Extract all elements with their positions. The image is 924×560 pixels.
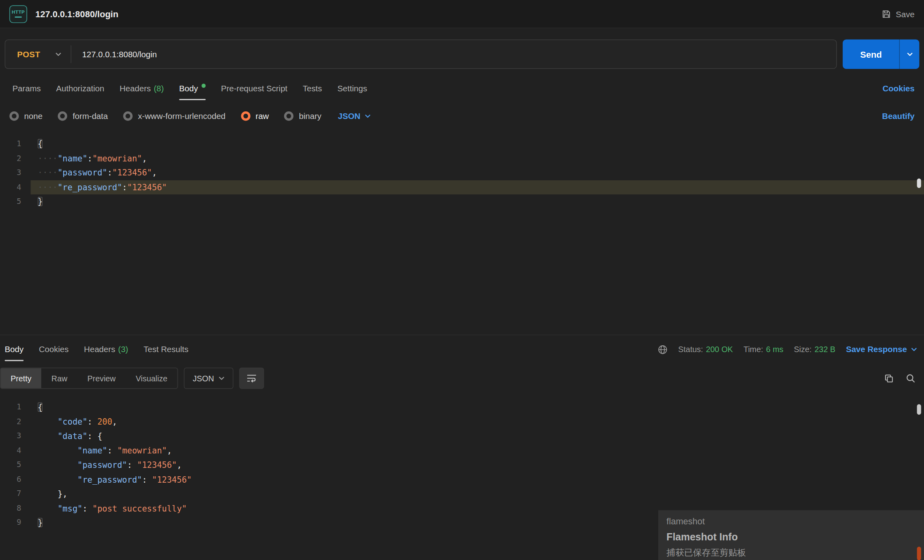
- request-tab-params[interactable]: Params: [5, 74, 48, 103]
- request-tab-headers[interactable]: Headers(8): [112, 74, 171, 103]
- http-request-icon: HTTP: [10, 5, 27, 23]
- response-tabs: BodyCookiesHeaders(3)Test Results Status…: [0, 335, 924, 364]
- wrap-line-icon: [246, 373, 257, 383]
- request-body-editor[interactable]: 1{2····"name":"meowrian",3····"password"…: [0, 130, 924, 335]
- line-number: 3: [0, 165, 30, 180]
- response-tabs-list: BodyCookiesHeaders(3)Test Results: [0, 335, 196, 364]
- response-status: Status: 200 OK: [678, 345, 733, 354]
- whitespace: ····: [38, 182, 58, 192]
- response-view-pretty[interactable]: Pretty: [0, 368, 41, 388]
- whitespace: [38, 460, 77, 470]
- token-key: "msg": [58, 504, 83, 513]
- save-response-button[interactable]: Save Response: [846, 344, 917, 354]
- response-view-visualize[interactable]: Visualize: [126, 368, 178, 388]
- tab-label: Test Results: [143, 344, 188, 354]
- language-selector[interactable]: JSON: [338, 111, 370, 121]
- token-brace: {: [38, 402, 42, 412]
- beautify-link[interactable]: Beautify: [882, 111, 914, 121]
- http-badge-label: HTTP: [12, 10, 24, 15]
- request-editor-scrollbar[interactable]: [917, 179, 921, 188]
- request-tab-settings[interactable]: Settings: [330, 74, 375, 103]
- tab-label: Params: [12, 84, 41, 93]
- mode-label: form-data: [73, 111, 108, 121]
- line-number: 9: [0, 516, 30, 530]
- wrap-text-button[interactable]: [239, 368, 264, 389]
- search-response-button[interactable]: [906, 373, 916, 383]
- size-label: Size:: [794, 345, 811, 354]
- whitespace: ····: [38, 153, 58, 163]
- send-button[interactable]: Send: [843, 40, 899, 69]
- line-number: 1: [0, 400, 30, 415]
- overlay-scrollbar[interactable]: [917, 547, 921, 560]
- token-key: "name": [77, 446, 107, 455]
- line-number: 7: [0, 487, 30, 501]
- network-button[interactable]: [658, 344, 668, 355]
- code-text: ····"password":"123456",: [30, 165, 924, 180]
- token-str: "123456": [112, 168, 152, 177]
- editor-line: 5 "password": "123456",: [0, 458, 924, 472]
- response-meta: Status: 200 OK Time: 6 ms Size: 232 B Sa…: [658, 344, 917, 355]
- editor-line: 4····"re_password":"123456": [0, 180, 924, 194]
- save-button[interactable]: Save: [882, 9, 914, 19]
- tab-label: Body: [5, 344, 24, 354]
- radio-icon: [241, 111, 250, 121]
- token-punc: :: [107, 446, 117, 455]
- token-key: "password": [58, 168, 107, 177]
- request-tab-authorization[interactable]: Authorization: [48, 74, 112, 103]
- http-badge-underline: [15, 16, 22, 18]
- token-punc: : {: [87, 431, 102, 441]
- body-mode-binary[interactable]: binary: [284, 111, 321, 121]
- method-label: POST: [17, 50, 40, 59]
- method-selector[interactable]: POST: [5, 40, 71, 68]
- line-number: 4: [0, 180, 30, 194]
- code-text: "password": "123456",: [30, 458, 924, 472]
- copy-response-button[interactable]: [884, 373, 894, 383]
- body-mode-none[interactable]: none: [10, 111, 43, 121]
- chevron-down-icon: [365, 114, 371, 118]
- line-number: 5: [0, 458, 30, 472]
- save-label: Save: [896, 9, 915, 19]
- response-editor-scrollbar[interactable]: [917, 404, 921, 415]
- body-mode-x-www-form-urlencoded[interactable]: x-www-form-urlencoded: [123, 111, 225, 121]
- whitespace: [38, 504, 58, 513]
- response-view-preview[interactable]: Preview: [77, 368, 126, 388]
- response-view-tabs: PrettyRawPreviewVisualize: [0, 368, 178, 389]
- request-tab-tests[interactable]: Tests: [295, 74, 329, 103]
- whitespace: [38, 489, 58, 499]
- editor-line: 6 "re_password": "123456": [0, 472, 924, 487]
- token-str: "post successfully": [93, 504, 187, 513]
- response-language-selector[interactable]: JSON: [184, 368, 234, 389]
- tab-label: Headers: [119, 84, 151, 93]
- editor-line: 4 "name": "meowrian",: [0, 443, 924, 458]
- cookies-link[interactable]: Cookies: [880, 84, 917, 93]
- send-options-button[interactable]: [899, 40, 919, 69]
- topbar: HTTP 127.0.0.1:8080/login Save: [0, 0, 924, 28]
- editor-line: 1{: [0, 400, 924, 415]
- body-mode-raw[interactable]: raw: [241, 111, 269, 121]
- url-input[interactable]: [71, 40, 836, 68]
- response-view-raw[interactable]: Raw: [41, 368, 77, 388]
- request-tab-pre-request-script[interactable]: Pre-request Script: [213, 74, 295, 103]
- response-tab-body[interactable]: Body: [0, 335, 31, 364]
- time-label: Time:: [744, 345, 763, 354]
- code-text: "data": {: [30, 429, 924, 443]
- token-punc: :: [127, 460, 137, 470]
- line-number: 2: [0, 151, 30, 165]
- body-mode-form-data[interactable]: form-data: [58, 111, 108, 121]
- chevron-down-icon: [907, 52, 913, 56]
- mode-label: binary: [299, 111, 321, 121]
- response-tab-cookies[interactable]: Cookies: [31, 335, 77, 364]
- line-number: 3: [0, 429, 30, 443]
- code-text: {: [30, 400, 924, 415]
- flameshot-notification: flameshot Flameshot Info 捕获已保存至剪贴板: [658, 510, 924, 560]
- code-text: {: [30, 137, 924, 151]
- request-tab-body[interactable]: Body: [171, 74, 213, 103]
- response-tab-test-results[interactable]: Test Results: [136, 335, 196, 364]
- token-str: "meowrian": [117, 446, 167, 455]
- editor-line: 3····"password":"123456",: [0, 165, 924, 180]
- response-tab-headers[interactable]: Headers(3): [76, 335, 136, 364]
- request-tabs: ParamsAuthorizationHeaders(8)BodyPre-req…: [0, 74, 924, 103]
- token-str: "123456": [152, 475, 192, 484]
- whitespace: ····: [38, 168, 58, 177]
- line-number: 2: [0, 415, 30, 429]
